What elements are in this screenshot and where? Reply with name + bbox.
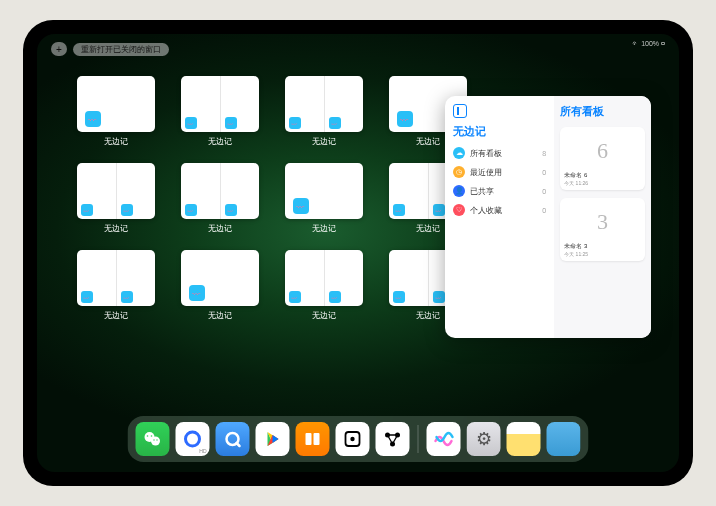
window-label: 无边记: [104, 223, 128, 234]
panel-item-icon: ☁: [453, 147, 465, 159]
svg-line-18: [393, 435, 398, 444]
window-label: 无边记: [312, 223, 336, 234]
window-label: 无边记: [208, 310, 232, 321]
app-window[interactable]: 无边记: [285, 163, 363, 234]
panel-item-label: 已共享: [470, 186, 494, 197]
gear-icon: ⚙: [476, 428, 492, 450]
dock-separator: [418, 425, 419, 453]
board-card[interactable]: 3未命名 3今天 11:25: [560, 198, 645, 261]
dock-books[interactable]: [296, 422, 330, 456]
app-window[interactable]: 无边记: [77, 163, 155, 234]
boards-container: 6未命名 6今天 11:263未命名 3今天 11:25: [560, 127, 645, 261]
app-window[interactable]: 无边记: [181, 163, 259, 234]
window-thumbnail[interactable]: [77, 163, 155, 219]
dock-quark-hd[interactable]: [176, 422, 210, 456]
panel-item-icon: ♡: [453, 204, 465, 216]
dock-play[interactable]: [256, 422, 290, 456]
board-label: 未命名 6: [564, 171, 641, 180]
dock-app-folder[interactable]: [547, 422, 581, 456]
panel-item-icon: ◷: [453, 166, 465, 178]
panel-item-label: 个人收藏: [470, 205, 502, 216]
window-label: 无边记: [312, 136, 336, 147]
window-thumbnail[interactable]: [181, 76, 259, 132]
svg-rect-9: [306, 433, 312, 445]
new-tab-button[interactable]: +: [51, 42, 67, 56]
dock: ⚙: [128, 416, 589, 462]
window-thumbnail[interactable]: [181, 250, 259, 306]
window-thumbnail[interactable]: [285, 163, 363, 219]
top-bar: + 重新打开已关闭的窗口: [51, 42, 665, 56]
window-thumbnail[interactable]: [77, 250, 155, 306]
board-timestamp: 今天 11:26: [564, 180, 641, 186]
panel-item-count: 0: [542, 169, 546, 176]
board-timestamp: 今天 11:25: [564, 251, 641, 257]
window-label: 无边记: [416, 136, 440, 147]
board-label: 未命名 3: [564, 242, 641, 251]
svg-point-5: [156, 439, 157, 440]
board-thumbnail: 6: [564, 131, 641, 171]
dock-notes[interactable]: [507, 422, 541, 456]
app-window[interactable]: 无边记: [77, 250, 155, 321]
app-window[interactable]: 无边记: [285, 76, 363, 147]
freeform-panel[interactable]: ⋯ 无边记 ☁所有看板8◷最近使用0👤已共享0♡个人收藏0 所有看板 6未命名 …: [445, 96, 651, 338]
panel-item[interactable]: ☁所有看板8: [453, 147, 546, 159]
window-thumbnail[interactable]: [285, 250, 363, 306]
svg-point-12: [350, 437, 354, 441]
window-label: 无边记: [312, 310, 336, 321]
svg-point-6: [186, 432, 200, 446]
svg-rect-10: [314, 433, 320, 445]
panel-list: ☁所有看板8◷最近使用0👤已共享0♡个人收藏0: [453, 147, 546, 216]
app-window[interactable]: 无边记: [77, 76, 155, 147]
window-label: 无边记: [416, 223, 440, 234]
window-label: 无边记: [208, 223, 232, 234]
app-window[interactable]: 无边记: [285, 250, 363, 321]
app-window[interactable]: 无边记: [181, 250, 259, 321]
panel-left-title: 无边记: [453, 124, 546, 139]
svg-point-2: [147, 435, 149, 437]
panel-item-label: 所有看板: [470, 148, 502, 159]
panel-sidebar: 无边记 ☁所有看板8◷最近使用0👤已共享0♡个人收藏0: [445, 96, 554, 338]
svg-line-8: [237, 443, 240, 446]
panel-item-count: 8: [542, 150, 546, 157]
board-card[interactable]: 6未命名 6今天 11:26: [560, 127, 645, 190]
panel-item-count: 0: [542, 207, 546, 214]
window-thumbnail[interactable]: [285, 76, 363, 132]
window-label: 无边记: [416, 310, 440, 321]
sidebar-toggle-icon[interactable]: [453, 104, 467, 118]
window-thumbnail[interactable]: [77, 76, 155, 132]
window-label: 无边记: [208, 136, 232, 147]
window-label: 无边记: [104, 136, 128, 147]
dock-quark[interactable]: [216, 422, 250, 456]
dock-settings[interactable]: ⚙: [467, 422, 501, 456]
panel-item-icon: 👤: [453, 185, 465, 197]
ipad-device: + 重新打开已关闭的窗口 ᯤ 100% ▭ 无边记无边记无边记无边记无边记无边记…: [23, 20, 693, 486]
window-thumbnail[interactable]: [181, 163, 259, 219]
board-thumbnail: 3: [564, 202, 641, 242]
panel-right-title: 所有看板: [560, 104, 645, 119]
dock-nodes[interactable]: [376, 422, 410, 456]
svg-point-1: [151, 437, 160, 446]
reopen-closed-window-pill[interactable]: 重新打开已关闭的窗口: [73, 43, 169, 56]
dock-wechat[interactable]: [136, 422, 170, 456]
panel-item[interactable]: ♡个人收藏0: [453, 204, 546, 216]
svg-line-17: [388, 435, 393, 444]
dock-freeform[interactable]: [427, 422, 461, 456]
panel-item-count: 0: [542, 188, 546, 195]
window-grid: 无边记无边记无边记无边记无边记无边记无边记无边记无边记无边记无边记无边记: [77, 76, 467, 321]
app-window[interactable]: 无边记: [181, 76, 259, 147]
svg-point-4: [153, 439, 154, 440]
svg-point-3: [151, 435, 153, 437]
panel-boards: 所有看板 6未命名 6今天 11:263未命名 3今天 11:25: [554, 96, 651, 338]
window-label: 无边记: [104, 310, 128, 321]
panel-item-label: 最近使用: [470, 167, 502, 178]
screen: + 重新打开已关闭的窗口 ᯤ 100% ▭ 无边记无边记无边记无边记无边记无边记…: [37, 34, 679, 472]
panel-item[interactable]: 👤已共享0: [453, 185, 546, 197]
panel-item[interactable]: ◷最近使用0: [453, 166, 546, 178]
dock-dice[interactable]: [336, 422, 370, 456]
